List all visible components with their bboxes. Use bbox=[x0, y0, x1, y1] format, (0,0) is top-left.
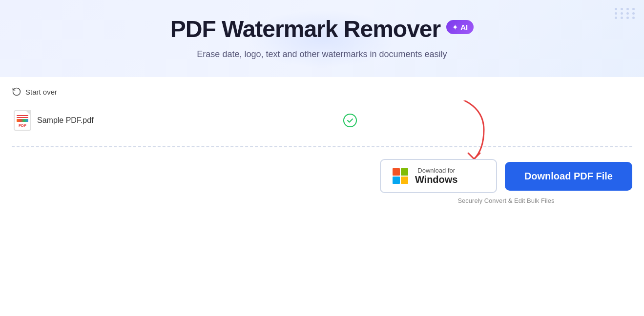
file-complete-icon bbox=[343, 114, 357, 127]
ai-badge: ✦ AI bbox=[446, 20, 474, 34]
file-name: Sample PDF.pdf bbox=[37, 116, 94, 125]
windows-logo bbox=[393, 168, 408, 184]
file-info: PDF Sample PDF.pdf bbox=[14, 110, 94, 131]
file-row: PDF Sample PDF.pdf bbox=[12, 106, 632, 135]
bottom-section: Download for Windows Download PDF File S… bbox=[12, 159, 632, 208]
windows-button-text: Download for Windows bbox=[415, 167, 458, 185]
restart-icon bbox=[12, 87, 21, 97]
ai-badge-icon: ✦ bbox=[452, 23, 458, 31]
arrow-indicator bbox=[459, 100, 489, 166]
page-subtitle: Erase date, logo, text and other waterma… bbox=[10, 49, 634, 59]
section-divider bbox=[12, 146, 632, 147]
main-content: Start over PDF Sample PDF.pdf bbox=[0, 77, 644, 218]
page-header: PDF Watermark Remover ✦ AI Erase date, l… bbox=[0, 0, 644, 77]
windows-button-top: Download for bbox=[415, 167, 458, 174]
ai-badge-label: AI bbox=[460, 23, 468, 31]
download-windows-button[interactable]: Download for Windows bbox=[380, 159, 497, 193]
page-title: PDF Watermark Remover bbox=[170, 16, 440, 42]
buttons-wrapper: Download for Windows Download PDF File S… bbox=[380, 159, 632, 204]
title-row: PDF Watermark Remover ✦ AI bbox=[10, 16, 634, 42]
pdf-file-icon: PDF bbox=[14, 110, 31, 131]
start-over-label: Start over bbox=[25, 88, 57, 96]
secure-text: Securely Convert & Edit Bulk Files bbox=[457, 197, 554, 204]
start-over-button[interactable]: Start over bbox=[12, 87, 632, 97]
windows-button-bottom: Windows bbox=[415, 174, 458, 185]
buttons-row: Download for Windows Download PDF File bbox=[380, 159, 632, 193]
download-pdf-button[interactable]: Download PDF File bbox=[505, 162, 632, 191]
